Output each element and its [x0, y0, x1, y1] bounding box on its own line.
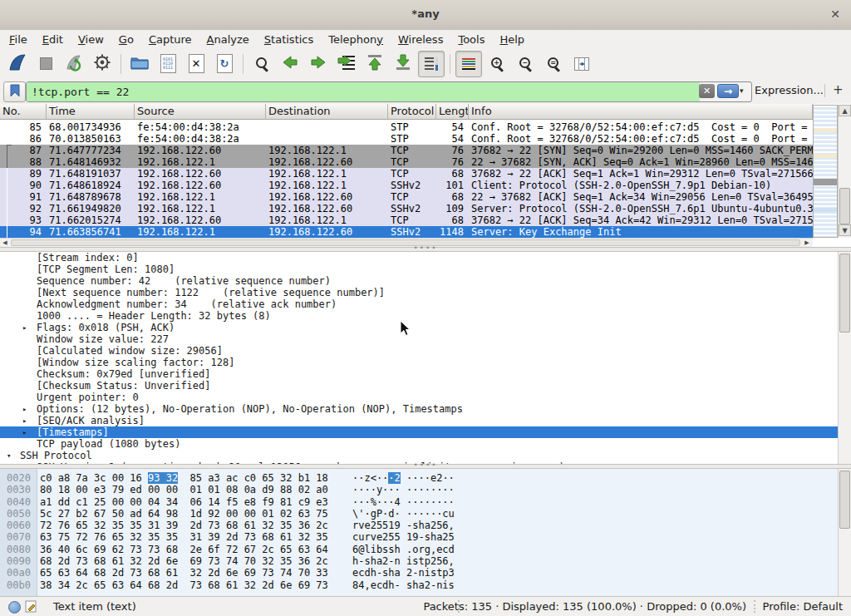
packet-row-93[interactable]: 9371.662015274192.168.122.60192.168.122.…: [0, 214, 813, 226]
status-profile[interactable]: Profile: Default: [763, 600, 843, 613]
go-to-bottom-button[interactable]: [390, 51, 416, 77]
detail-line-2[interactable]: Sequence number: 42 (relative sequence n…: [0, 275, 851, 287]
details-scrollbar-thumb[interactable]: [839, 254, 850, 333]
packet-row-88[interactable]: 8871.648146932192.168.122.1192.168.122.6…: [0, 156, 813, 168]
column-header-no[interactable]: No.: [0, 104, 47, 120]
packet-list-hscrollbar[interactable]: ◀ ▶: [0, 238, 813, 247]
detail-line-13[interactable]: ▸Options: (12 bytes), No-Operation (NOP)…: [0, 403, 851, 415]
hex-ascii[interactable]: ····y··· ········: [352, 484, 455, 495]
hex-ascii[interactable]: ecdh-sha 2-nistp3: [352, 567, 455, 579]
hex-bytes[interactable]: c0 a8 7a 3c 00 16 93 32 85 a3 ac c0 65 3…: [40, 472, 328, 484]
detail-line-3[interactable]: [Next sequence number: 1122 (relative se…: [0, 287, 851, 298]
scroll-up-icon[interactable]: ▲: [839, 105, 851, 116]
menu-tools[interactable]: Tools: [450, 33, 492, 46]
hex-bytes[interactable]: 38 34 2c 65 63 64 68 2d 73 68 61 32 2d 6…: [40, 579, 328, 591]
zoom-in-button[interactable]: +: [484, 51, 510, 77]
detail-line-10[interactable]: Checksum: 0x79ed [unverified]: [0, 368, 851, 380]
detail-line-9[interactable]: [Window size scaling factor: 128]: [0, 357, 851, 368]
capture-options-button[interactable]: [89, 51, 116, 77]
detail-line-7[interactable]: Window size value: 227: [0, 333, 851, 345]
hex-ascii[interactable]: 6@libssh .org,ecd: [352, 544, 455, 555]
hex-row-0050[interactable]: 00505c 27 b2 67 50 ad 64 98 1d 92 00 00 …: [0, 508, 838, 520]
reload-file-button[interactable]: ↻: [211, 51, 238, 77]
hex-bytes[interactable]: 68 2d 73 68 61 32 2d 6e 69 73 74 70 32 3…: [40, 555, 328, 567]
column-header-protocol[interactable]: Protocol: [388, 104, 436, 120]
save-file-button[interactable]: 010101100111: [155, 51, 181, 77]
scroll-right-icon[interactable]: ▶: [802, 239, 812, 247]
packet-row-91[interactable]: 9171.648789678192.168.122.1192.168.122.6…: [0, 191, 813, 203]
go-to-top-button[interactable]: [362, 51, 388, 77]
resize-columns-button[interactable]: ◂▸: [568, 51, 595, 77]
filter-input[interactable]: !tcp.port == 22: [27, 82, 700, 101]
detail-line-5[interactable]: 1000 .... = Header Length: 32 bytes (8): [0, 310, 851, 322]
hex-bytes[interactable]: 5c 27 b2 67 50 ad 64 98 1d 92 00 00 01 0…: [40, 508, 328, 520]
window-close-button[interactable]: ✕: [828, 7, 843, 22]
auto-scroll-button[interactable]: [418, 51, 445, 77]
scroll-down-icon[interactable]: ▼: [839, 224, 851, 236]
scrollbar-thumb[interactable]: [839, 188, 850, 224]
hex-ascii[interactable]: \'·gP·d· ······cu: [352, 508, 455, 520]
hex-row-0090[interactable]: 009068 2d 73 68 61 32 2d 6e 69 73 74 70 …: [0, 555, 838, 567]
hex-bytes[interactable]: 36 40 6c 69 62 73 73 68 2e 6f 72 67 2c 6…: [40, 544, 328, 555]
capture-comment-icon[interactable]: [25, 600, 37, 615]
hex-row-00b0[interactable]: 00b038 34 2c 65 63 64 68 2d 73 68 61 32 …: [0, 579, 838, 591]
zoom-reset-button[interactable]: =: [540, 51, 567, 77]
detail-line-0[interactable]: [Stream index: 0]: [0, 252, 851, 264]
menu-file[interactable]: File: [2, 33, 35, 46]
menu-telephony[interactable]: Telephony: [321, 33, 391, 46]
collapsed-arrow-icon[interactable]: ▸: [22, 403, 27, 415]
hex-row-0080[interactable]: 008036 40 6c 69 62 73 73 68 2e 6f 72 67 …: [0, 544, 838, 555]
stop-capture-button[interactable]: [32, 51, 59, 77]
packet-list-minimap[interactable]: [813, 105, 838, 238]
titlebar[interactable]: *any ✕: [0, 0, 851, 31]
menu-wireless[interactable]: Wireless: [391, 33, 450, 46]
menu-analyze[interactable]: Analyze: [199, 33, 257, 46]
menu-go[interactable]: Go: [111, 33, 141, 46]
packet-row-85[interactable]: 8568.001734936fe:54:00:d4:38:2aSTP54Conf…: [0, 121, 813, 133]
menu-capture[interactable]: Capture: [141, 33, 199, 46]
filter-history-caret[interactable]: ▾: [740, 86, 744, 95]
hex-ascii[interactable]: ···%···4 ········: [352, 496, 455, 508]
details-scrollbar[interactable]: [838, 252, 851, 464]
packet-row-89[interactable]: 8971.648191037192.168.122.60192.168.122.…: [0, 168, 813, 180]
colorize-button[interactable]: [455, 51, 482, 77]
detail-line-6[interactable]: ▸Flags: 0x018 (PSH, ACK): [0, 322, 851, 333]
hex-row-0040[interactable]: 0040a1 dd c1 25 00 00 04 34 06 14 f5 e8 …: [0, 496, 838, 508]
find-packet-button[interactable]: [248, 51, 275, 77]
detail-line-12[interactable]: Urgent pointer: 0: [0, 392, 851, 403]
detail-line-4[interactable]: Acknowledgment number: 34 (relative ack …: [0, 298, 851, 310]
column-header-source[interactable]: Source: [135, 104, 266, 120]
menu-edit[interactable]: Edit: [35, 33, 71, 46]
column-header-info[interactable]: Info: [469, 104, 813, 120]
packet-row-92[interactable]: 9271.661949820192.168.122.1192.168.122.6…: [0, 203, 813, 214]
filter-bookmark-button[interactable]: [3, 81, 26, 102]
hex-ascii[interactable]: h-sha2-n istp256,: [352, 555, 455, 567]
hex-bytes[interactable]: 63 75 72 76 65 32 35 35 31 39 2d 73 68 6…: [40, 531, 328, 543]
hex-bytes[interactable]: a1 dd c1 25 00 00 04 34 06 14 f5 e8 f9 8…: [40, 496, 328, 508]
zoom-out-button[interactable]: −: [512, 51, 539, 77]
column-header-destination[interactable]: Destination: [266, 104, 388, 120]
detail-line-14[interactable]: ▸[SEQ/ACK analysis]: [0, 415, 851, 426]
menu-statistics[interactable]: Statistics: [257, 33, 321, 46]
hex-row-00a0[interactable]: 00a065 63 64 68 2d 73 68 61 32 2d 6e 69 …: [0, 567, 838, 579]
open-file-button[interactable]: [126, 51, 153, 77]
detail-line-8[interactable]: [Calculated window size: 29056]: [0, 345, 851, 357]
hex-scrollbar-thumb[interactable]: [839, 471, 850, 529]
detail-line-15[interactable]: ▸[Timestamps]: [0, 426, 851, 438]
expanded-arrow-icon[interactable]: ▾: [7, 450, 11, 461]
expert-info-icon[interactable]: [8, 601, 21, 614]
filter-expression-button[interactable]: Expression...: [755, 84, 824, 96]
start-capture-button[interactable]: [4, 51, 31, 77]
hscrollbar-thumb[interactable]: [11, 239, 800, 246]
hex-bytes[interactable]: 72 76 65 32 35 35 31 39 2d 73 68 61 32 3…: [40, 520, 328, 531]
hex-ascii[interactable]: curve255 19-sha25: [352, 531, 455, 543]
collapsed-arrow-icon[interactable]: ▸: [22, 415, 27, 426]
detail-line-16[interactable]: TCP payload (1080 bytes): [0, 438, 851, 450]
restart-capture-button[interactable]: [61, 51, 87, 77]
filter-add-button[interactable]: +: [833, 82, 844, 97]
go-back-button[interactable]: [277, 51, 303, 77]
detail-line-11[interactable]: [Checksum Status: Unverified]: [0, 380, 851, 392]
menu-help[interactable]: Help: [492, 33, 532, 46]
collapsed-arrow-icon[interactable]: ▸: [22, 426, 27, 438]
column-header-length[interactable]: Length: [436, 104, 469, 120]
